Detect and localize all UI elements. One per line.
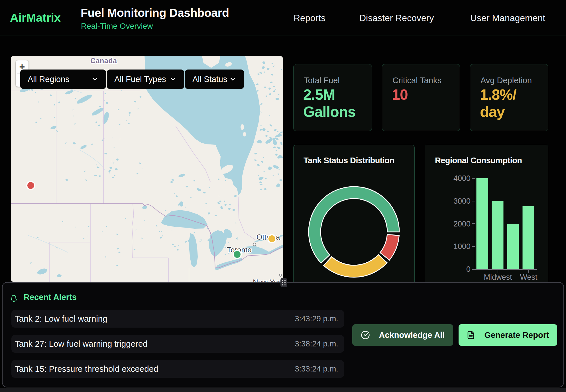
svg-text:1000: 1000	[453, 242, 471, 251]
svg-text:Canada: Canada	[90, 57, 117, 65]
svg-text:0: 0	[466, 265, 471, 273]
svg-text:4000: 4000	[453, 174, 471, 183]
svg-text:3000: 3000	[453, 197, 471, 205]
svg-text:2000: 2000	[453, 220, 471, 228]
svg-text:New York: New York	[253, 278, 283, 282]
svg-text:Midwest: Midwest	[484, 273, 512, 281]
svg-text:West: West	[520, 273, 538, 281]
